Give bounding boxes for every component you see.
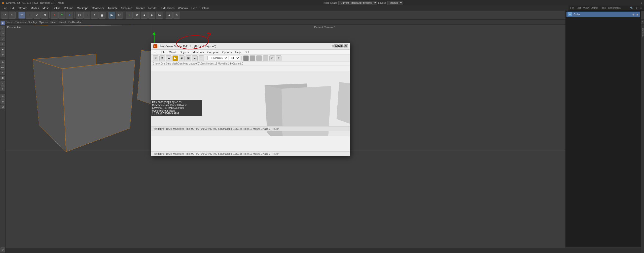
live-viewer-window[interactable]: LV Live Viewer Studio 2021.1....(R4) (14… [151,43,350,156]
fb-extra-icon[interactable]: ☆ [639,6,643,10]
sidebar-tool4[interactable]: ◧ [1,76,5,80]
menu-mograph[interactable]: MoGraph [75,6,90,10]
lv-menu-gui[interactable]: GUI [243,50,251,54]
lv-render-btn[interactable]: ▶ [172,55,178,61]
display-menu[interactable]: Display [28,21,37,24]
sidebar-bottom[interactable]: ⊙ [1,247,5,252]
material[interactable]: ● [166,12,173,19]
menu-window[interactable]: Window [176,6,189,10]
sidebar-tool6[interactable]: S [1,86,5,91]
prorender-menu[interactable]: ProRender [68,21,81,24]
sidebar-select[interactable]: ▣ [1,21,5,25]
fb-file[interactable]: File [569,6,575,10]
menu-file[interactable]: File [1,6,9,10]
lv-reset-btn[interactable]: ↺ [159,55,165,61]
fb-edit[interactable]: Edit [576,6,582,10]
deformer[interactable]: ≋ [133,12,140,19]
point-mode[interactable]: · [83,12,90,19]
sidebar-align[interactable]: ≡ [1,71,5,75]
lv-help-btn[interactable]: ? [276,55,281,61]
edge-mode[interactable]: / [91,12,98,19]
lv-menu-file[interactable]: File [159,50,167,54]
lv-color4-btn[interactable] [263,55,268,61]
menu-simulate[interactable]: Simulate [120,6,133,10]
menu-animate[interactable]: Animate [106,6,119,10]
fb-search-icon[interactable]: 🔍 [629,6,634,10]
menu-render[interactable]: Render [147,6,159,10]
menu-volume[interactable]: Volume [62,6,75,10]
lv-light2-btn[interactable]: ○ [199,55,204,61]
lv-material-btn[interactable]: ◉ [179,55,185,61]
sidebar-scale[interactable]: ⤢ [1,37,5,41]
cameras-menu[interactable]: Cameras [15,21,26,24]
menu-octane[interactable]: Octane [199,6,211,10]
menu-edit[interactable]: Edit [9,6,17,10]
sidebar-layer3[interactable]: ⊡ [1,105,5,109]
sidebar-move[interactable]: ↔ [1,26,5,30]
scale-tool[interactable]: ⤢ [33,12,41,19]
polygon-mode[interactable]: ▣ [98,12,105,19]
fb-bookmarks[interactable]: Bookmarks [607,6,621,10]
redo-button[interactable]: ↪ [9,12,16,19]
field[interactable]: ◈ [148,12,155,19]
panel-menu[interactable]: Panel [59,21,66,24]
add-object[interactable]: + [126,12,133,19]
node-space-select[interactable]: Current (Standard/Physical) [338,1,377,5]
fb-object[interactable]: Object [590,6,599,10]
lv-bg-btn[interactable]: ▣ [186,55,191,61]
y-axis[interactable]: Y [58,12,65,19]
tag[interactable]: 🏷 [156,12,163,19]
z-axis[interactable]: Z [66,12,73,19]
sidebar-tool5[interactable]: S [1,81,5,86]
lv-color3-btn[interactable] [256,55,262,61]
effector[interactable]: ★ [141,12,148,19]
lv-color1-btn[interactable] [243,55,249,61]
lv-menu-materials[interactable]: Materials [191,50,205,54]
sidebar-mirror[interactable]: ⟺ [1,65,5,70]
select-tool[interactable]: ⊕ [18,12,25,19]
menu-create[interactable]: Create [17,6,29,10]
render-view[interactable]: ▶ [108,12,115,19]
menu-character[interactable]: Character [90,6,105,10]
fb-settings-icon[interactable]: ⚙ [635,6,638,10]
lv-menu-compare[interactable]: Compare [206,50,220,54]
sidebar-tool1[interactable]: ✦ [1,42,5,46]
x-axis[interactable]: X [51,12,58,19]
lv-color2-btn[interactable] [250,55,255,61]
lv-extra-btn[interactable]: ⊙ [269,55,275,61]
fb-view[interactable]: View [582,6,589,10]
sidebar-tool3[interactable]: ⊛ [1,52,5,57]
lv-menu-objects[interactable]: Objects [178,50,190,54]
menu-extensions[interactable]: Extensions [159,6,176,10]
lv-menu-help[interactable]: Help [234,50,243,54]
move-tool[interactable]: ↔ [26,12,33,19]
view-menu[interactable]: View [7,21,13,24]
menu-tracker[interactable]: Tracker [134,6,146,10]
lv-menu-cloud[interactable]: Cloud [167,50,178,54]
lv-menu-options[interactable]: Options [221,50,233,54]
menu-modes[interactable]: Modes [29,6,41,10]
fb-tags[interactable]: Tags [600,6,606,10]
menu-spline[interactable]: Spline [51,6,62,10]
rotate-tool[interactable]: ↻ [41,12,48,19]
menu-help[interactable]: Help [190,6,199,10]
light[interactable]: ☀ [173,12,180,19]
menu-mesh[interactable]: Mesh [41,6,51,10]
lv-cloud-btn[interactable]: ☁ [166,55,171,61]
object-visibility-icon[interactable]: ◉ [632,13,635,16]
sidebar-layer1[interactable]: ≋ [1,94,5,99]
sidebar-layer2[interactable]: ⊞ [1,99,5,104]
sidebar-tool2[interactable]: ◈ [1,47,5,52]
object-render-icon[interactable]: ◉ [636,13,638,16]
sidebar-snap[interactable]: ⊕ [1,60,5,65]
lv-settings-btn[interactable]: ⚙ [153,55,158,61]
object-mode[interactable]: ◻ [76,12,83,19]
lv-hdr-select[interactable]: HDR/sRGB [207,56,228,60]
undo-button[interactable]: ↩ [1,12,8,19]
sidebar-rotate[interactable]: ↻ [1,31,5,36]
cube-object-item[interactable]: ■ Cube ◉ ◉ [566,12,640,17]
lv-light1-btn[interactable]: ● [192,55,198,61]
options-menu[interactable]: Options [39,21,48,24]
layout-select[interactable]: Startup [387,1,403,5]
lv-dl-select[interactable]: DL [229,56,240,60]
